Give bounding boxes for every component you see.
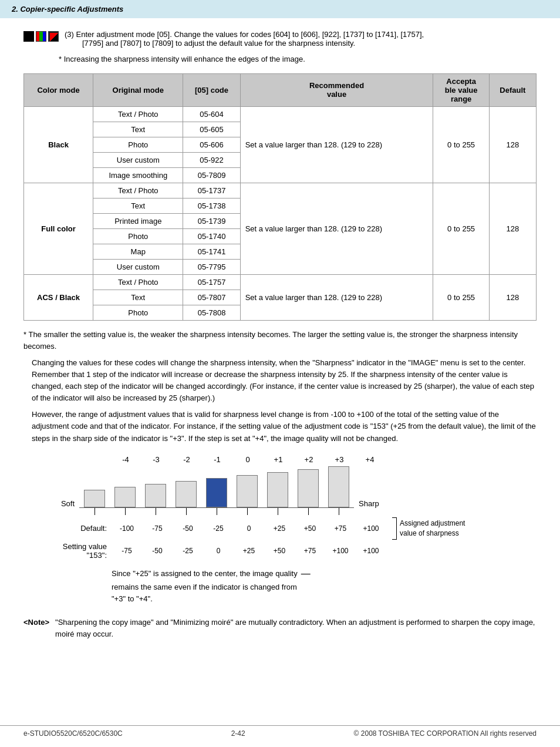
code-cell: 05-1739 [183,213,240,228]
color-mode-acs: ACS / Black [24,274,93,320]
assigned-note-text: Assigned adjustment value of sharpness [400,519,465,539]
dv-pos4: +100 [356,524,386,533]
acc-range-fullcolor: 0 to 255 [433,183,489,274]
label-pos4: +4 [355,455,385,464]
rec-val-acs: Set a value larger than 128. (129 to 228… [240,274,433,320]
caption-line1-row: Since "+25" is assigned to the center, t… [112,567,537,581]
original-mode-cell: Text [93,290,183,305]
code-cell: 05-1737 [183,183,240,198]
label-pos2: +2 [294,455,324,464]
sv-neg4: -75 [112,547,142,555]
col-header-default: Default [489,73,536,106]
sv-0: +25 [234,547,264,555]
assigned-note-line1: Assigned adjustment [400,519,465,527]
original-mode-cell: Text / Photo [93,106,183,122]
bar-item [201,478,232,507]
bar-item [79,490,110,507]
arrow-icon: — [301,567,311,581]
mode-icons [23,31,59,42]
diagram-section: -4 -3 -2 -1 0 +1 +2 +3 +4 Soft [47,455,537,605]
bars-container [79,466,354,508]
bar-item [171,481,201,507]
bar-pos3 [298,469,319,507]
sv-pos2: +75 [295,547,325,555]
default-values-row: Default: -100 -75 -50 -25 0 +25 +50 +75 … [47,517,537,540]
bracket-note: Assigned adjustment value of sharpness [392,517,465,540]
col-header-color-mode: Color mode [24,73,93,106]
soft-label: Soft [47,499,79,508]
col-header-recommended-value: Recommendedvalue [240,73,433,106]
default-label: Default: [47,524,112,533]
bar-item [110,487,140,507]
sv-neg1: 0 [203,547,234,555]
original-mode-cell: Text [93,198,183,213]
bar-pos2 [267,472,288,507]
assigned-note-area: Assigned adjustment value of sharpness [392,517,465,540]
bar-item [232,475,262,507]
code-cell: 05-922 [183,152,240,167]
page-header: 2. Copier-specific Adjustments [0,0,560,18]
original-mode-cell: User custom [93,152,183,167]
dv-neg1: -25 [203,524,234,533]
dv-neg4: -100 [112,524,142,533]
dv-neg2: -50 [173,524,203,533]
label-neg3: -3 [141,455,171,464]
label-0: 0 [232,455,263,464]
code-cell: 05-1741 [183,244,240,259]
original-mode-cell: Text / Photo [93,274,183,290]
code-cell: 05-1757 [183,274,240,290]
table-row: Black Text / Photo 05-604 Set a value la… [24,106,537,122]
dv-pos2: +50 [295,524,325,533]
footer-copyright: © 2008 TOSHIBA TEC CORPORATION All right… [354,729,537,738]
bar-neg3 [114,487,136,507]
original-mode-cell: Photo [93,305,183,320]
default-acs: 128 [489,274,536,320]
bar-pos4 [328,466,349,507]
dv-0: 0 [234,524,264,533]
note-label: <Note> [23,617,49,628]
adjustment-table: Color mode Original mode [05] code Recom… [23,73,537,321]
paragraph-2: Changing the values for these codes will… [32,357,537,405]
default-fullcolor: 128 [489,183,536,274]
code-cell: 05-605 [183,122,240,137]
paragraph-3: However, the range of adjustment values … [32,409,537,444]
label-neg4: -4 [110,455,141,464]
label-neg2: -2 [171,455,202,464]
setting-label: Setting value "153": [47,542,112,560]
assigned-note-line2: value of sharpness [400,529,459,537]
caption-line3: "+3" to "+4". [112,593,537,605]
caption-line1: Since "+25" is assigned to the center, t… [112,568,298,580]
code-cell: 05-606 [183,137,240,152]
diagram-top-labels: -4 -3 -2 -1 0 +1 +2 +3 +4 [110,455,537,464]
diagram-caption: Since "+25" is assigned to the center, t… [112,567,537,605]
default-black: 128 [489,106,536,183]
step-text-block: (3) Enter adjustment mode [05]. Change t… [65,30,424,48]
original-mode-cell: Text / Photo [93,183,183,198]
bar-neg2 [145,484,166,507]
setting-values-row: Setting value "153": -75 -50 -25 0 +25 +… [47,542,537,560]
sv-neg2: -25 [173,547,203,555]
bar-center-active [206,478,227,507]
color-mode-fullcolor: Full color [24,183,93,274]
step-number: (3) [65,30,74,39]
original-mode-cell: Printed image [93,213,183,228]
code-cell: 05-604 [183,106,240,122]
dv-pos3: +75 [325,524,356,533]
dv-neg3: -75 [142,524,173,533]
rec-val-black: Set a value larger than 128. (129 to 228… [240,106,433,183]
bar-item [140,484,171,507]
code-cell: 05-7807 [183,290,240,305]
original-mode-cell: User custom [93,259,183,274]
table-row: Full color Text / Photo 05-1737 Set a va… [24,183,537,198]
sv-neg3: -50 [142,547,173,555]
col-header-original-mode: Original mode [93,73,183,106]
sv-pos3: +100 [325,547,356,555]
code-cell: 05-7809 [183,167,240,183]
chapter-title: 2. Copier-specific Adjustments [12,5,123,14]
color-mode-icon [36,31,46,42]
acc-range-acs: 0 to 255 [433,274,489,320]
setting-values: -75 -50 -25 0 +25 +50 +75 +100 +100 [112,547,386,555]
bar-item [262,472,293,507]
step-asterisk-note: * Increasing the sharpness intensity wil… [23,53,537,65]
default-values: -100 -75 -50 -25 0 +25 +50 +75 +100 [112,524,386,533]
